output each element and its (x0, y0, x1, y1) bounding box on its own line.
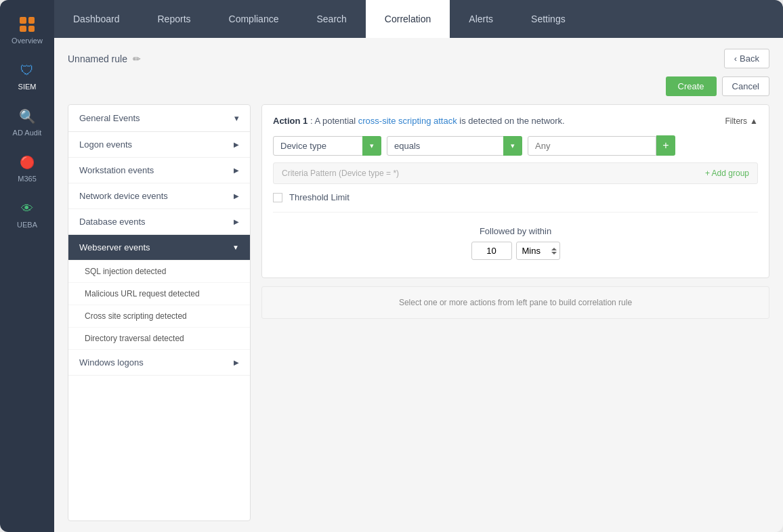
sidebar: Overview 🛡 SIEM 🔍 AD Audit 🔴 M365 👁 UEBA (0, 0, 54, 532)
chevron-right-icon: ▶ (234, 218, 239, 225)
sidebar-label-siem: SIEM (18, 83, 37, 91)
menu-item-windows-logons[interactable]: Windows logons ▶ (68, 350, 250, 376)
nav-alerts[interactable]: Alerts (450, 0, 512, 38)
back-button[interactable]: ‹ Back (724, 49, 769, 68)
nav-search[interactable]: Search (297, 0, 365, 38)
menu-item-database[interactable]: Database events ▶ (68, 209, 250, 235)
general-events-header[interactable]: General Events ▾ (68, 105, 250, 132)
shield-icon: 🛡 (18, 61, 37, 80)
filter-row: Device type ▾ equals ▾ (273, 135, 758, 156)
chevron-right-icon: ▶ (234, 141, 239, 148)
sidebar-label-m365: M365 (18, 175, 37, 183)
nav-compliance[interactable]: Compliance (210, 0, 298, 38)
rule-title-area: Unnamed rule ✏ (68, 53, 141, 64)
search-circle-icon: 🔍 (18, 107, 37, 126)
time-unit-select[interactable]: Mins Hours Days (516, 242, 560, 260)
nav-dashboard[interactable]: Dashboard (54, 0, 139, 38)
chevron-down-icon: ▾ (234, 113, 239, 123)
threshold-label: Threshold Limit (289, 192, 350, 202)
action-card: Action 1 : A potential cross-site script… (261, 104, 769, 278)
operator-select[interactable]: equals (387, 136, 522, 156)
menu-item-network[interactable]: Network device events ▶ (68, 183, 250, 209)
sidebar-label-overview: Overview (12, 37, 43, 45)
info-bar: Select one or more actions from left pan… (261, 286, 769, 319)
sidebar-item-ad-audit[interactable]: 🔍 AD Audit (0, 99, 54, 145)
sidebar-item-m365[interactable]: 🔴 M365 (0, 145, 54, 191)
device-type-select[interactable]: Device type (273, 136, 381, 156)
menu-item-workstation[interactable]: Workstation events ▶ (68, 158, 250, 183)
main-content: Dashboard Reports Compliance Search Corr… (54, 0, 783, 532)
time-value-input[interactable] (471, 242, 512, 260)
left-panel: General Events ▾ Logon events ▶ Workstat… (68, 104, 251, 521)
threshold-row: Threshold Limit (273, 192, 758, 213)
edit-rule-icon[interactable]: ✏ (133, 53, 141, 64)
sidebar-label-ueba: UEBA (17, 221, 37, 229)
followed-by-row: Mins Hours Days (471, 242, 560, 260)
device-type-wrapper: Device type ▾ (273, 136, 381, 156)
criteria-bar: Criteria Pattern (Device type = *) + Add… (273, 162, 758, 184)
value-input[interactable] (528, 136, 656, 156)
nav-correlation[interactable]: Correlation (366, 0, 450, 38)
top-nav: Dashboard Reports Compliance Search Corr… (54, 0, 783, 38)
info-text: Select one or more actions from left pan… (399, 298, 632, 307)
action-buttons-row: Create Cancel (68, 76, 769, 96)
chevron-left-icon: ‹ (734, 53, 737, 64)
action-title: Action 1 : A potential cross-site script… (273, 116, 565, 126)
operator-wrapper: equals ▾ (387, 136, 522, 156)
header-actions: ‹ Back (724, 49, 769, 68)
chevron-right-icon: ▶ (234, 359, 239, 366)
sub-item-malicious[interactable]: Malicious URL request detected (68, 283, 250, 305)
nav-settings[interactable]: Settings (512, 0, 585, 38)
value-input-group: + (528, 135, 675, 156)
sidebar-label-ad-audit: AD Audit (13, 129, 42, 137)
chevron-up-icon: ▲ (750, 116, 758, 126)
followed-section: Followed by within Mins Hours Days (273, 213, 758, 267)
sub-item-sql[interactable]: SQL injection detected (68, 261, 250, 283)
eye-icon: 👁 (18, 199, 37, 218)
ms-office-icon: 🔴 (18, 153, 37, 172)
threshold-checkbox[interactable] (273, 193, 282, 202)
action-header: Action 1 : A potential cross-site script… (273, 116, 758, 126)
grid-icon (18, 15, 37, 34)
menu-item-webserver[interactable]: Webserver events ▼ (68, 235, 250, 261)
menu-item-logon[interactable]: Logon events ▶ (68, 132, 250, 158)
content-area: Unnamed rule ✏ ‹ Back Create Cancel (54, 38, 783, 532)
rule-header: Unnamed rule ✏ ‹ Back (68, 49, 769, 68)
sub-item-directory[interactable]: Directory traversal detected (68, 328, 250, 350)
add-group-button[interactable]: + Add group (705, 169, 749, 178)
sidebar-item-ueba[interactable]: 👁 UEBA (0, 191, 54, 237)
sidebar-item-overview[interactable]: Overview (0, 7, 54, 53)
sidebar-item-siem[interactable]: 🛡 SIEM (0, 53, 54, 99)
rule-name: Unnamed rule (68, 53, 127, 64)
filters-button[interactable]: Filters ▲ (725, 116, 758, 126)
chevron-right-icon: ▶ (234, 167, 239, 174)
cancel-button[interactable]: Cancel (722, 76, 769, 96)
create-button[interactable]: Create (666, 76, 717, 96)
panels: General Events ▾ Logon events ▶ Workstat… (68, 104, 769, 521)
chevron-right-icon: ▶ (234, 192, 239, 200)
sub-item-xss[interactable]: Cross site scripting detected (68, 305, 250, 328)
nav-reports[interactable]: Reports (139, 0, 210, 38)
criteria-pattern: Criteria Pattern (Device type = *) (282, 169, 399, 178)
followed-by-label: Followed by within (480, 226, 551, 236)
right-panel: Action 1 : A potential cross-site script… (261, 104, 769, 521)
add-filter-button[interactable]: + (656, 135, 675, 156)
chevron-down-icon: ▼ (232, 244, 239, 251)
